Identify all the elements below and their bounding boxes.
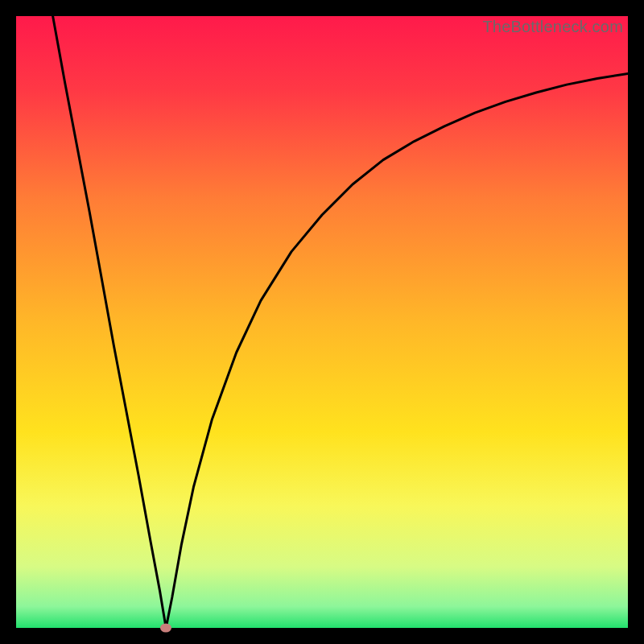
chart-frame: TheBottleneck.com — [16, 16, 628, 628]
bottleneck-chart — [16, 16, 628, 628]
gradient-background — [16, 16, 628, 628]
watermark-text: TheBottleneck.com — [482, 18, 623, 36]
minimum-marker — [160, 624, 171, 633]
